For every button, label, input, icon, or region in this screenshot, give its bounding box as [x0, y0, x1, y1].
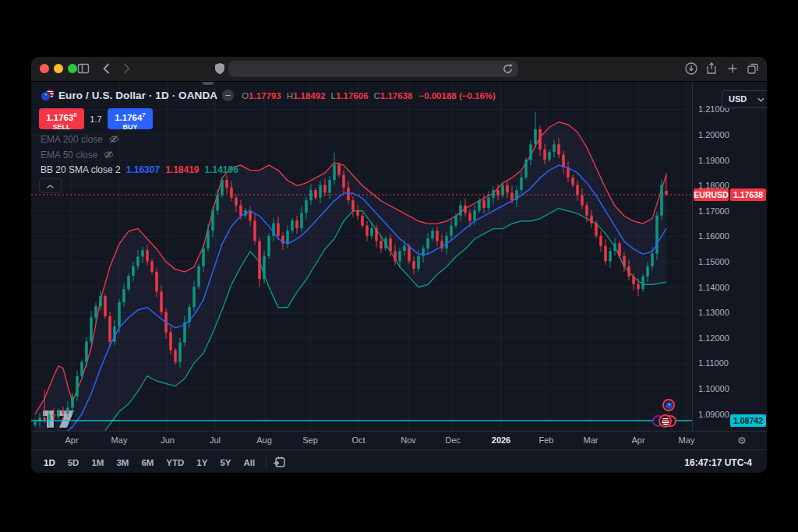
price-tick-label: 1.09000	[698, 410, 729, 419]
buy-label: BUY	[108, 123, 153, 131]
desktop-background: * Euro / U.S. Dollar · 1D · OANDA – O1.1…	[0, 0, 798, 532]
spread-value: 1.7	[84, 115, 108, 124]
divider	[266, 456, 267, 468]
ohlc-item: O1.17793	[242, 91, 281, 100]
range-button-6m[interactable]: 6M	[136, 456, 158, 470]
time-tick-label: Jul	[210, 435, 221, 445]
tabs-overview-icon[interactable]	[746, 62, 760, 76]
time-tick-label: Feb	[539, 435, 554, 445]
time-tick-label: May	[111, 435, 128, 445]
gear-icon[interactable]: ⚙	[737, 435, 747, 446]
eurusd-pair-icon: *	[41, 90, 54, 101]
bb-basis-value: 1.16307	[126, 164, 160, 175]
forward-icon[interactable]	[119, 62, 133, 76]
buy-button[interactable]: 1.17647 BUY	[108, 108, 153, 129]
bottom-toolbar: 1D5D1M3M6MYTD1Y5YAll 16:47:17 UTC-4	[31, 449, 767, 473]
range-button-1m[interactable]: 1M	[87, 456, 108, 470]
price-tick-label: 1.15000	[698, 257, 729, 266]
range-button-ytd[interactable]: YTD	[161, 456, 189, 470]
ohlc-values: O1.17793H1.18492L1.17606C1.17638	[242, 91, 412, 100]
show-toolbar-handle[interactable]	[203, 82, 214, 85]
price-tick-label: 1.12000	[698, 333, 729, 343]
time-tick-label: May	[679, 435, 695, 445]
time-tick-label: Apr	[631, 435, 644, 445]
price-tick-label: 1.11000	[698, 358, 729, 368]
eu-event-marker[interactable]: *	[662, 399, 675, 411]
last-price-symbol-badge: EURUSD	[694, 188, 729, 201]
time-tick-label: Dec	[445, 435, 461, 445]
symbol-title[interactable]: Euro / U.S. Dollar · 1D · OANDA	[58, 90, 217, 101]
minimize-button[interactable]	[54, 64, 63, 73]
symbol-header: * Euro / U.S. Dollar · 1D · OANDA – O1.1…	[41, 90, 496, 101]
us-event-marker[interactable]	[652, 414, 683, 428]
ohlc-item: H1.18492	[287, 91, 326, 100]
trade-panel: 1.17630 SELL 1.7 1.17647 BUY	[39, 108, 153, 129]
price-tick-label: 1.10000	[698, 384, 729, 393]
price-tick-label: 1.19000	[698, 156, 729, 165]
browser-window: * Euro / U.S. Dollar · 1D · OANDA – O1.1…	[31, 57, 767, 473]
browser-toolbar	[31, 57, 767, 82]
indicator-row-ema50[interactable]: EMA 50 close	[41, 149, 115, 160]
range-button-1y[interactable]: 1Y	[192, 456, 212, 470]
chevron-down-icon	[757, 97, 764, 102]
price-axis[interactable]: 1.210001.200001.190001.180001.170001.160…	[692, 82, 767, 449]
us-flag-ring	[659, 414, 672, 428]
price-tick-label: 1.14000	[698, 283, 729, 292]
alert-price-badge: 1.08742	[730, 414, 766, 427]
range-button-5y[interactable]: 5Y	[215, 456, 235, 470]
close-button[interactable]	[40, 64, 49, 73]
time-tick-label: Aug	[256, 435, 272, 445]
go-to-date-icon[interactable]	[273, 456, 286, 469]
download-icon[interactable]	[684, 62, 698, 76]
session-clock[interactable]: 16:47:17 UTC-4	[684, 457, 752, 468]
eu-flag-icon: *	[666, 402, 673, 409]
price-tick-label: 1.20000	[698, 130, 729, 139]
range-button-all[interactable]: All	[239, 456, 260, 470]
eu-flag-icon: *	[41, 91, 51, 101]
range-button-1d[interactable]: 1D	[39, 456, 60, 470]
collapse-header-icon[interactable]: –	[222, 90, 234, 101]
time-tick-label: Oct	[351, 435, 365, 445]
time-tick-label: Apr	[65, 435, 78, 445]
sidebar-icon[interactable]	[76, 62, 90, 76]
price-tick-label: 1.13000	[698, 308, 729, 317]
reload-icon[interactable]	[502, 63, 514, 75]
ohlc-item: L1.17606	[331, 91, 369, 100]
visibility-off-icon[interactable]	[103, 149, 115, 160]
time-tick-label: 2026	[492, 435, 510, 445]
visibility-off-icon[interactable]	[108, 133, 120, 145]
range-button-5d[interactable]: 5D	[63, 456, 84, 470]
indicator-row-ema200[interactable]: EMA 200 close	[41, 133, 120, 145]
price-tick-label: 1.16000	[698, 231, 729, 241]
range-button-3m[interactable]: 3M	[111, 456, 133, 470]
plot-area	[31, 82, 692, 431]
bb-lower-value: 1.14196	[205, 164, 238, 175]
change-value: −0.00188 (−0.16%)	[418, 91, 495, 100]
time-tick-label: Mar	[584, 435, 598, 445]
currency-selector[interactable]: USD	[722, 90, 767, 108]
shield-icon[interactable]	[213, 62, 227, 76]
new-tab-icon[interactable]	[726, 62, 740, 76]
address-bar[interactable]	[228, 61, 518, 77]
bb-upper-value: 1.18419	[165, 164, 199, 175]
indicator-row-bb[interactable]: BB 20 SMA close 2 1.16307 1.18419 1.1419…	[41, 164, 238, 175]
time-tick-label: Sep	[302, 435, 318, 445]
time-tick-label: Nov	[401, 435, 416, 445]
sell-button[interactable]: 1.17630 SELL	[39, 108, 84, 129]
ohlc-item: C1.17638	[374, 91, 413, 100]
price-tick-label: 1.17000	[698, 206, 729, 216]
time-axis[interactable]: AprMayJunJulAugSepOctNovDec2026FebMarApr…	[31, 431, 767, 450]
chart-page: * Euro / U.S. Dollar · 1D · OANDA – O1.1…	[31, 82, 767, 473]
time-tick-label: Jun	[161, 435, 175, 445]
price-chart[interactable]	[31, 82, 692, 431]
share-icon[interactable]	[704, 62, 719, 76]
us-flag-icon	[662, 417, 669, 425]
date-range-buttons: 1D5D1M3M6MYTD1Y5YAll	[31, 456, 260, 470]
legend-collapse-button[interactable]	[39, 178, 62, 193]
last-price-badge: 1.17638	[730, 188, 766, 201]
back-icon[interactable]	[100, 62, 114, 76]
sell-label: SELL	[39, 123, 84, 131]
